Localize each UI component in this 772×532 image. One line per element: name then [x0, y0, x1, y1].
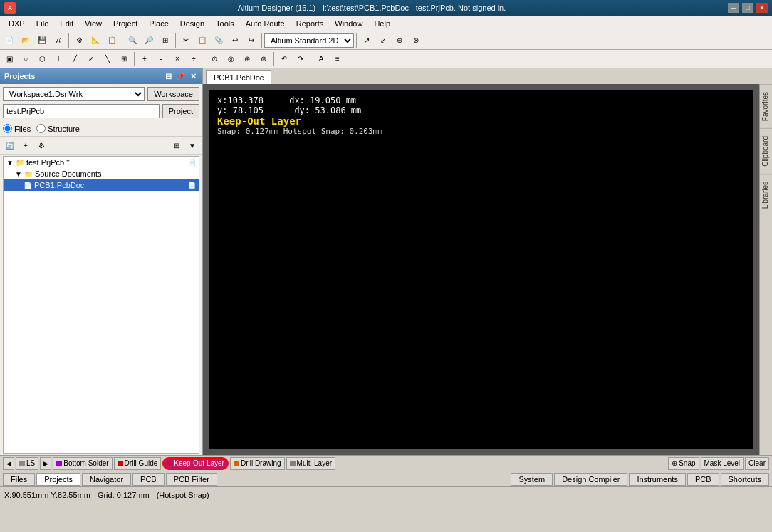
panel-view1[interactable]: ⊞ — [169, 138, 184, 152]
tree-item-pcb1[interactable]: 📄 PCB1.PcbDoc 📄 — [4, 179, 199, 191]
radio-structure[interactable] — [36, 124, 46, 133]
tb2-14[interactable]: ◎ — [223, 51, 239, 67]
sidebar-tab-favorites[interactable]: Favorites — [760, 84, 772, 128]
bot-tab-projects[interactable]: Projects — [36, 473, 80, 486]
tb-print[interactable]: 🖨 — [51, 33, 66, 48]
tb-paste[interactable]: 📎 — [211, 33, 226, 48]
radio-files[interactable] — [3, 124, 12, 133]
project-input[interactable] — [3, 104, 160, 118]
view-combo[interactable]: Altium Standard 2D — [264, 33, 354, 48]
bot-tab-files[interactable]: Files — [3, 473, 35, 486]
sidebar-tab-libraries[interactable]: Libraries — [760, 174, 772, 216]
tb-zoom-fit[interactable]: ⊞ — [157, 33, 173, 48]
status-tab-design-compiler[interactable]: Design Compiler — [554, 473, 627, 486]
tb-extra1[interactable]: ↗ — [359, 33, 375, 48]
menu-edit[interactable]: Edit — [54, 18, 79, 29]
tb-redo[interactable]: ↪ — [244, 33, 259, 48]
clear-button[interactable]: Clear — [745, 457, 769, 470]
menu-reports[interactable]: Reports — [291, 18, 330, 29]
menu-design[interactable]: Design — [174, 18, 210, 29]
menu-view[interactable]: View — [79, 18, 108, 29]
layer-bottom-solder[interactable]: Bottom Solder — [53, 457, 112, 470]
panel-settings[interactable]: ⚙ — [34, 138, 48, 152]
tree-item-source-docs[interactable]: ▼ 📁 Source Documents — [4, 168, 199, 179]
bot-tab-navigator[interactable]: Navigator — [82, 473, 131, 486]
panel-toggle-float[interactable]: ⊟ — [164, 72, 173, 81]
panel-add[interactable]: + — [19, 138, 33, 152]
workspace-combo[interactable]: Workspace1.DsnWrk — [3, 87, 145, 101]
tb-new[interactable]: 📄 — [1, 33, 17, 48]
tb2-8[interactable]: ⊞ — [116, 51, 132, 67]
tb-components[interactable]: ⚙ — [71, 33, 87, 48]
sidebar-tab-clipboard[interactable]: Clipboard — [760, 128, 772, 174]
project-button[interactable]: Project — [162, 104, 199, 118]
tb2-9[interactable]: + — [137, 51, 152, 67]
tb2-13[interactable]: ⊙ — [207, 51, 222, 67]
tb2-12[interactable]: ÷ — [186, 51, 202, 67]
panel-refresh[interactable]: 🔄 — [3, 138, 17, 152]
menu-help[interactable]: Help — [368, 18, 396, 29]
panel-close[interactable]: ✕ — [189, 72, 198, 81]
layer-drill-guide[interactable]: Drill Guide — [114, 457, 162, 470]
tb2-3[interactable]: ⬡ — [34, 51, 50, 67]
layer-scroll-right[interactable]: ▶ — [40, 457, 51, 470]
mask-level-button[interactable]: Mask Level — [701, 457, 744, 470]
tb2-16[interactable]: ⊚ — [256, 51, 271, 67]
menu-autoroute[interactable]: Auto Route — [240, 18, 291, 29]
snap-button[interactable]: ⊕ Snap — [668, 457, 699, 470]
status-tab-system[interactable]: System — [511, 473, 553, 486]
bot-tab-pcbfilter[interactable]: PCB Filter — [166, 473, 217, 486]
tb2-7[interactable]: ╲ — [100, 51, 115, 67]
menu-window[interactable]: Window — [329, 18, 368, 29]
panel-pin[interactable]: 📌 — [174, 72, 187, 81]
tb-save[interactable]: 💾 — [34, 33, 50, 48]
bot-tab-pcb[interactable]: PCB — [132, 473, 165, 486]
menu-tools[interactable]: Tools — [210, 18, 240, 29]
layer-drill-drawing[interactable]: Drill Drawing — [230, 457, 285, 470]
tb2-20[interactable]: ≡ — [330, 51, 345, 67]
panel-view2[interactable]: ▼ — [185, 138, 199, 152]
tb-zoom-out[interactable]: 🔎 — [141, 33, 157, 48]
layer-keepout[interactable]: Keep-Out Layer — [162, 457, 229, 470]
tb2-19[interactable]: A — [313, 51, 329, 67]
tb2-1[interactable]: ▣ — [1, 51, 17, 67]
tb-extra3[interactable]: ⊕ — [392, 33, 407, 48]
tree-item-project[interactable]: ▼ 📁 test.PrjPcb * 📄 — [4, 157, 199, 168]
tb2-17[interactable]: ↶ — [276, 51, 292, 67]
canvas-area[interactable]: x:103.378 dx: 19.050 mm y: 78.105 dy: 53… — [203, 84, 759, 455]
layer-ls[interactable]: LS — [16, 457, 38, 470]
tb2-6[interactable]: ⤢ — [83, 51, 99, 67]
layer-scroll-left[interactable]: ◀ — [3, 457, 14, 470]
tb-undo[interactable]: ↩ — [227, 33, 243, 48]
tb-copy[interactable]: 📋 — [194, 33, 210, 48]
workspace-button[interactable]: Workspace — [147, 87, 199, 101]
maximize-button[interactable]: □ — [742, 3, 753, 13]
minimize-button[interactable]: ─ — [728, 3, 739, 13]
tb2-11[interactable]: × — [169, 51, 185, 67]
tb2-2[interactable]: ○ — [18, 51, 33, 67]
tb-schematic[interactable]: 📐 — [88, 33, 103, 48]
tab-pcb1[interactable]: PCB1.PcbDoc — [206, 70, 271, 84]
tb2-18[interactable]: ↷ — [293, 51, 308, 67]
tb2-10[interactable]: - — [153, 51, 169, 67]
layer-multi[interactable]: Multi-Layer — [286, 457, 335, 470]
tb-extra4[interactable]: ⊗ — [408, 33, 424, 48]
close-button[interactable]: ✕ — [756, 3, 768, 13]
menu-file[interactable]: File — [31, 18, 55, 29]
tb-extra2[interactable]: ↙ — [375, 33, 391, 48]
tb-zoom-in[interactable]: 🔍 — [125, 33, 140, 48]
tb2-15[interactable]: ⊛ — [239, 51, 255, 67]
status-tab-pcb[interactable]: PCB — [687, 473, 719, 486]
radio-files-label[interactable]: Files — [3, 124, 31, 133]
tb2-5[interactable]: ╱ — [67, 51, 83, 67]
menu-project[interactable]: Project — [108, 18, 143, 29]
tb-open[interactable]: 📂 — [18, 33, 33, 48]
menu-place[interactable]: Place — [143, 18, 174, 29]
status-tab-instruments[interactable]: Instruments — [629, 473, 685, 486]
tb-pcb[interactable]: 📋 — [104, 33, 120, 48]
tb2-4[interactable]: T — [51, 51, 66, 67]
menu-dxp[interactable]: DXP — [3, 18, 31, 29]
radio-structure-label[interactable]: Structure — [36, 124, 80, 133]
status-tab-shortcuts[interactable]: Shortcuts — [721, 473, 769, 486]
tb-cut[interactable]: ✂ — [178, 33, 194, 48]
